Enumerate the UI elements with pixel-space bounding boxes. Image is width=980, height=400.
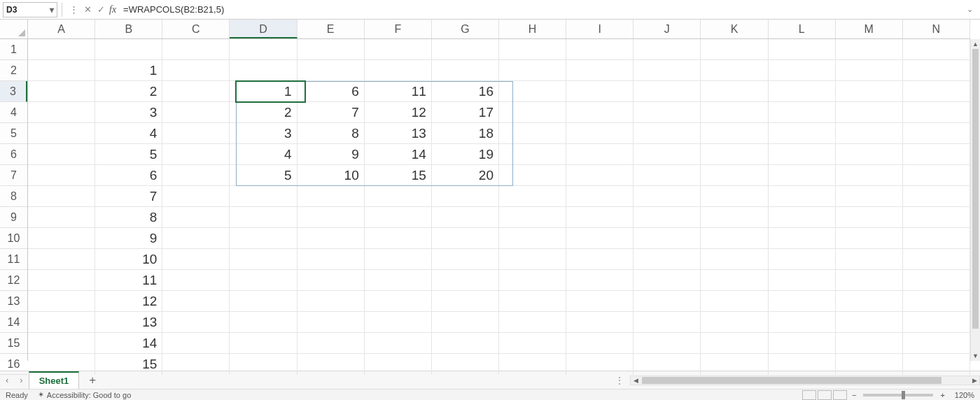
cell[interactable]: 9 (95, 228, 162, 249)
cell[interactable]: 14 (365, 144, 432, 165)
cell[interactable] (432, 207, 499, 228)
cell[interactable] (634, 333, 701, 354)
scroll-left-icon[interactable]: ◀ (631, 377, 640, 384)
row-header[interactable]: 9 (0, 207, 27, 228)
cell[interactable]: 7 (95, 186, 162, 207)
more-icon[interactable]: ⋮ (66, 4, 81, 15)
next-sheet-icon[interactable]: › (14, 375, 28, 385)
cell[interactable] (836, 165, 903, 186)
cell[interactable] (432, 354, 499, 375)
cell[interactable] (298, 354, 365, 375)
cell[interactable] (701, 39, 768, 60)
cell[interactable] (566, 354, 634, 375)
cell[interactable] (836, 207, 903, 228)
cell[interactable] (499, 270, 566, 291)
cell[interactable] (499, 186, 566, 207)
cell[interactable] (836, 312, 903, 333)
row-header[interactable]: 7 (0, 165, 27, 186)
cell[interactable] (566, 144, 634, 165)
cell[interactable] (162, 39, 230, 60)
cell[interactable] (432, 333, 499, 354)
vertical-scrollbar[interactable]: ▲ ▼ (970, 39, 980, 361)
cell[interactable] (769, 81, 836, 102)
cell[interactable] (903, 81, 970, 102)
cell[interactable] (634, 165, 701, 186)
cell[interactable] (634, 60, 701, 81)
cell[interactable]: 11 (95, 270, 162, 291)
cell[interactable] (634, 102, 701, 123)
cell[interactable] (162, 123, 230, 144)
cell[interactable] (499, 39, 566, 60)
cell[interactable] (769, 102, 836, 123)
cell[interactable] (836, 39, 903, 60)
cell[interactable] (499, 291, 566, 312)
scroll-up-icon[interactable]: ▲ (971, 39, 980, 49)
row-header[interactable]: 14 (0, 312, 27, 333)
cell[interactable] (903, 270, 970, 291)
cell[interactable] (701, 102, 768, 123)
cell[interactable] (769, 165, 836, 186)
cell[interactable]: 2 (95, 81, 162, 102)
cell[interactable] (162, 81, 230, 102)
cell[interactable] (634, 249, 701, 270)
cell[interactable] (769, 270, 836, 291)
cell[interactable] (28, 312, 95, 333)
cell[interactable] (162, 228, 230, 249)
cell[interactable]: 15 (95, 354, 162, 375)
cell[interactable]: 15 (365, 165, 432, 186)
cell[interactable] (499, 165, 566, 186)
cell[interactable] (432, 249, 499, 270)
status-accessibility[interactable]: Accessibility: Good to go (47, 391, 131, 399)
cell[interactable] (499, 81, 566, 102)
cell[interactable] (230, 312, 297, 333)
cell[interactable] (162, 249, 230, 270)
cell[interactable] (634, 228, 701, 249)
cell[interactable] (769, 312, 836, 333)
cell[interactable]: 4 (95, 123, 162, 144)
cell[interactable] (499, 249, 566, 270)
cell[interactable] (836, 186, 903, 207)
col-header-F[interactable]: F (365, 20, 432, 38)
col-header-D[interactable]: D (230, 20, 297, 38)
cell[interactable] (28, 354, 95, 375)
cell[interactable] (230, 186, 297, 207)
name-box[interactable]: D3 ▾ (3, 2, 57, 17)
zoom-level[interactable]: 120% (955, 391, 974, 399)
col-header-A[interactable]: A (28, 20, 95, 38)
cell[interactable] (566, 270, 634, 291)
cell[interactable] (769, 249, 836, 270)
cell[interactable] (769, 207, 836, 228)
cell[interactable] (701, 60, 768, 81)
cell[interactable] (634, 207, 701, 228)
cell[interactable] (365, 312, 432, 333)
cell[interactable] (162, 165, 230, 186)
cell[interactable] (903, 249, 970, 270)
zoom-slider[interactable] (863, 394, 933, 397)
cell[interactable]: 20 (432, 165, 499, 186)
cell[interactable] (903, 39, 970, 60)
col-header-J[interactable]: J (634, 20, 701, 38)
cell[interactable]: 10 (95, 249, 162, 270)
cell[interactable] (634, 312, 701, 333)
cell[interactable] (701, 123, 768, 144)
cell[interactable] (499, 102, 566, 123)
row-header[interactable]: 13 (0, 291, 27, 312)
cell[interactable] (365, 354, 432, 375)
view-pagelayout-icon[interactable] (818, 390, 832, 400)
cell[interactable] (903, 60, 970, 81)
cell[interactable] (701, 207, 768, 228)
cell[interactable] (769, 354, 836, 375)
cell[interactable]: 13 (95, 312, 162, 333)
cell[interactable]: 13 (365, 123, 432, 144)
cell[interactable] (432, 291, 499, 312)
cell[interactable]: 3 (230, 123, 297, 144)
cell[interactable]: 1 (230, 81, 297, 102)
cell[interactable] (28, 270, 95, 291)
chevron-down-icon[interactable]: ▾ (50, 5, 54, 15)
cell[interactable] (95, 39, 162, 60)
cell[interactable] (162, 270, 230, 291)
col-header-C[interactable]: C (162, 20, 230, 38)
cell[interactable] (701, 228, 768, 249)
cell[interactable] (903, 186, 970, 207)
cell[interactable] (566, 291, 634, 312)
